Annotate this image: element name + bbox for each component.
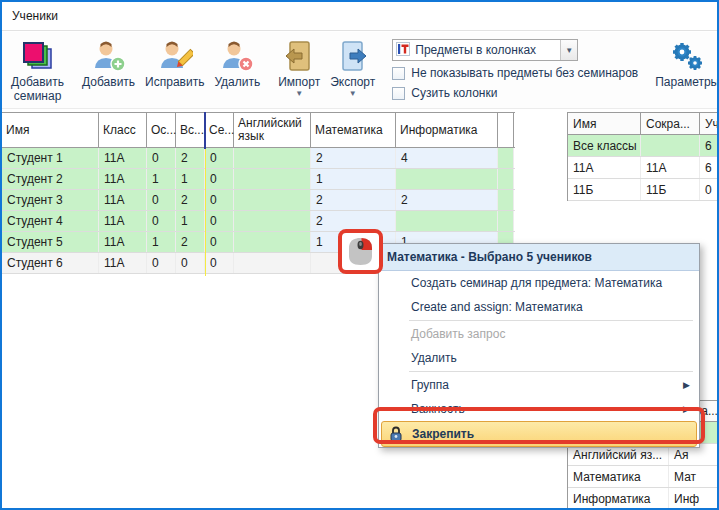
- student-cell[interactable]: [234, 169, 311, 189]
- students-table-header[interactable]: ИмяКлассОс...Вс...Се...Английский языкМа…: [2, 112, 515, 148]
- student-cell[interactable]: Студент 2: [2, 169, 99, 189]
- student-cell[interactable]: 2: [311, 148, 396, 168]
- panel-cell[interactable]: 11А: [641, 157, 700, 178]
- panel-cell[interactable]: 11А: [568, 157, 641, 178]
- panel-cell[interactable]: 6: [700, 157, 719, 178]
- student-cell[interactable]: [234, 190, 311, 210]
- export-button[interactable]: Экспорт ▼: [325, 36, 380, 106]
- student-cell[interactable]: 2: [176, 232, 205, 252]
- student-row[interactable]: Студент 211А1101: [2, 169, 515, 190]
- classes-table-header[interactable]: ИмяСокра...Уче...: [568, 112, 717, 135]
- panel-cell[interactable]: [641, 135, 700, 156]
- student-cell[interactable]: [396, 211, 498, 231]
- hide-subjects-checkbox[interactable]: [392, 67, 405, 80]
- add-student-button[interactable]: Добавить: [77, 36, 140, 106]
- menu-item[interactable]: Создать семинар для предмета: Математика: [379, 271, 699, 295]
- student-cell[interactable]: 0: [205, 211, 234, 231]
- student-cell[interactable]: [498, 211, 514, 231]
- panel-cell[interactable]: Мат: [669, 466, 719, 487]
- column-header[interactable]: Имя: [568, 113, 641, 134]
- student-cell[interactable]: 0: [205, 169, 234, 189]
- student-cell[interactable]: Студент 6: [2, 253, 99, 273]
- student-cell[interactable]: Студент 4: [2, 211, 99, 231]
- narrow-columns-checkbox[interactable]: [392, 87, 405, 100]
- student-cell[interactable]: Студент 5: [2, 232, 99, 252]
- panel-cell[interactable]: 11Б: [568, 179, 641, 200]
- student-row[interactable]: Студент 111А02024: [2, 148, 515, 169]
- hide-subjects-checkbox-row[interactable]: Не показывать предметы без семинаров: [392, 65, 638, 81]
- import-dropdown-caret[interactable]: ▼: [295, 90, 303, 98]
- column-header[interactable]: Ос...: [147, 113, 176, 147]
- student-row[interactable]: Студент 311А02022: [2, 190, 515, 211]
- student-cell[interactable]: 1: [147, 169, 176, 189]
- student-cell[interactable]: [498, 148, 514, 168]
- student-cell[interactable]: 0: [205, 253, 234, 273]
- student-cell[interactable]: 0: [147, 211, 176, 231]
- student-cell[interactable]: 2: [176, 148, 205, 168]
- column-header[interactable]: Английский язык: [234, 113, 311, 147]
- column-header[interactable]: Информатика: [396, 113, 498, 147]
- student-cell[interactable]: [498, 169, 514, 189]
- panel-cell[interactable]: 6: [700, 135, 719, 156]
- column-header[interactable]: Се...: [205, 113, 234, 147]
- menu-item[interactable]: Группа▶: [379, 373, 699, 397]
- add-seminar-button[interactable]: Добавить семинар: [6, 36, 69, 106]
- student-cell[interactable]: [234, 253, 311, 273]
- student-cell[interactable]: Студент 1: [2, 148, 99, 168]
- student-cell[interactable]: 1: [147, 232, 176, 252]
- student-cell[interactable]: 2: [176, 190, 205, 210]
- student-cell[interactable]: 11А: [99, 148, 147, 168]
- student-cell[interactable]: 0: [147, 253, 176, 273]
- student-cell[interactable]: 0: [147, 148, 176, 168]
- panel-cell[interactable]: Все классы: [568, 135, 641, 156]
- student-cell[interactable]: 2: [311, 211, 396, 231]
- student-cell[interactable]: 11А: [99, 253, 147, 273]
- student-cell[interactable]: [396, 169, 498, 189]
- student-cell[interactable]: 0: [205, 148, 234, 168]
- column-header[interactable]: Имя: [2, 113, 99, 147]
- column-header[interactable]: Класс: [99, 113, 147, 147]
- column-header[interactable]: Уче...: [700, 113, 719, 134]
- student-row[interactable]: Студент 411А0102: [2, 211, 515, 232]
- panel-cell[interactable]: 11Б: [641, 179, 700, 200]
- student-cell[interactable]: 2: [396, 190, 498, 210]
- menu-item[interactable]: Удалить: [379, 346, 699, 370]
- class-row[interactable]: 11А11А6: [568, 157, 717, 179]
- column-header[interactable]: Сокра...: [641, 113, 700, 134]
- columns-mode-dropdown[interactable]: Предметы в колонках ▼: [392, 39, 578, 61]
- student-cell[interactable]: 0: [176, 253, 205, 273]
- student-cell[interactable]: 11А: [99, 232, 147, 252]
- subject-row[interactable]: ИнформатикаИнф: [568, 488, 717, 510]
- chevron-down-icon[interactable]: ▼: [560, 40, 577, 60]
- student-cell[interactable]: 0: [205, 190, 234, 210]
- column-header[interactable]: [498, 113, 514, 147]
- student-cell[interactable]: 11А: [99, 169, 147, 189]
- panel-cell[interactable]: 0: [700, 179, 719, 200]
- narrow-columns-checkbox-row[interactable]: Сузить колонки: [392, 85, 638, 101]
- column-header[interactable]: Математика: [311, 113, 396, 147]
- subject-row[interactable]: МатематикаМат: [568, 466, 717, 488]
- student-cell[interactable]: [234, 148, 311, 168]
- column-header[interactable]: Вс...: [176, 113, 205, 147]
- student-cell[interactable]: 1: [176, 211, 205, 231]
- student-cell[interactable]: 0: [205, 232, 234, 252]
- edit-student-button[interactable]: Исправить: [140, 36, 209, 106]
- student-cell[interactable]: 2: [311, 190, 396, 210]
- student-cell[interactable]: 1: [176, 169, 205, 189]
- student-cell[interactable]: 1: [311, 169, 396, 189]
- menu-item[interactable]: Закрепить: [381, 421, 697, 447]
- panel-cell[interactable]: Инф: [669, 488, 719, 509]
- class-row[interactable]: Все классы6: [568, 135, 717, 157]
- student-cell[interactable]: 4: [396, 148, 498, 168]
- student-cell[interactable]: [498, 190, 514, 210]
- menu-item[interactable]: Важность▶: [379, 397, 699, 421]
- student-cell[interactable]: [234, 211, 311, 231]
- student-cell[interactable]: 11А: [99, 211, 147, 231]
- parameters-button[interactable]: Параметры: [650, 36, 719, 106]
- student-cell[interactable]: [234, 232, 311, 252]
- import-button[interactable]: Импорт ▼: [273, 36, 325, 106]
- export-dropdown-caret[interactable]: ▼: [349, 90, 357, 98]
- student-cell[interactable]: 11А: [99, 190, 147, 210]
- delete-student-button[interactable]: Удалить: [209, 36, 265, 106]
- panel-cell[interactable]: Информатика: [568, 488, 669, 509]
